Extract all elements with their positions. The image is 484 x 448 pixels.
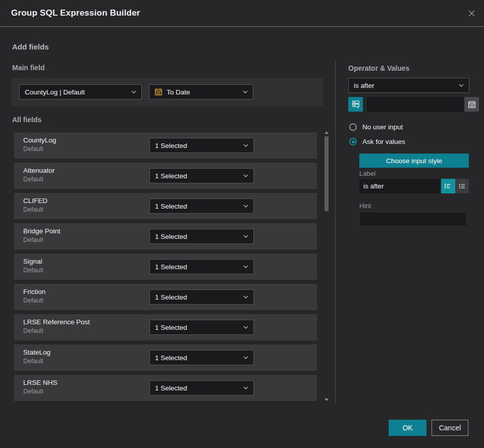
operator-values-panel: Operator & Values is after <box>348 61 469 344</box>
chevron-down-icon <box>243 205 248 208</box>
titlebar: Group SQL Expression Builder <box>0 0 484 26</box>
field-values-dropdown-value: 1 Selected <box>155 293 187 301</box>
field-row-clifed: CLIFED Default 1 Selected <box>14 193 317 219</box>
field-values-dropdown[interactable]: 1 Selected <box>149 320 254 335</box>
field-values-dropdown[interactable]: 1 Selected <box>149 229 254 244</box>
field-values-dropdown-value: 1 Selected <box>155 172 187 180</box>
group-sql-expression-builder-dialog: Group SQL Expression Builder Add fields … <box>0 0 484 448</box>
main-field-dropdown-value: CountyLog | Default <box>25 88 85 96</box>
close-icon <box>468 10 475 17</box>
single-value-style-icon <box>444 182 452 190</box>
date-type-dropdown-value: To Date <box>167 88 190 96</box>
date-type-dropdown[interactable]: To Date <box>149 84 253 99</box>
label-row <box>359 179 469 193</box>
field-values-dropdown-value: 1 Selected <box>155 384 187 392</box>
hint-input[interactable] <box>359 212 467 226</box>
operator-values-heading: Operator & Values <box>348 64 409 72</box>
dialog-title: Group SQL Expression Builder <box>11 0 140 26</box>
radio-no-user-input[interactable]: No user input <box>349 123 403 131</box>
date-picker-button[interactable] <box>464 97 479 112</box>
list-scrollbar[interactable] <box>324 130 329 402</box>
field-values-dropdown[interactable]: 1 Selected <box>149 259 254 274</box>
radio-checked-icon <box>349 138 357 145</box>
titlebar-divider <box>0 26 484 27</box>
chevron-down-icon <box>459 84 464 87</box>
operator-dropdown-value: is after <box>354 82 374 89</box>
main-field-dropdown[interactable]: CountyLog | Default <box>19 84 142 99</box>
field-row-lrse-reference-post: LRSE Reference Post Default 1 Selected <box>14 314 317 340</box>
calendar-icon <box>154 88 163 96</box>
field-values-dropdown[interactable]: 1 Selected <box>149 380 254 395</box>
chevron-down-icon <box>243 386 248 389</box>
all-fields-list: CountyLog Default 1 Selected Attenuator … <box>14 132 317 405</box>
all-fields-heading: All fields <box>12 116 41 124</box>
chevron-down-icon <box>131 90 136 93</box>
field-values-dropdown[interactable]: 1 Selected <box>149 198 254 214</box>
main-field-panel: CountyLog | Default To Date <box>11 78 323 106</box>
value-input-row <box>348 97 469 112</box>
panel-divider <box>335 60 336 404</box>
multiple-values-button[interactable] <box>348 97 363 112</box>
field-row-bridge-point: Bridge Point Default 1 Selected <box>14 223 317 250</box>
hint-caption: Hint <box>359 202 371 210</box>
chevron-down-icon <box>243 174 248 177</box>
field-row-friction: Friction Default 1 Selected <box>14 284 317 310</box>
ok-button[interactable]: OK <box>389 420 426 436</box>
radio-no-user-input-label: No user input <box>362 123 403 131</box>
field-row-countylog: CountyLog Default 1 Selected <box>14 132 317 159</box>
add-fields-heading: Add fields <box>12 42 49 51</box>
field-values-dropdown-value: 1 Selected <box>155 233 187 240</box>
field-row-signal: Signal Default 1 Selected <box>14 254 317 280</box>
main-field-heading: Main field <box>12 64 45 72</box>
chevron-down-icon <box>243 295 248 298</box>
field-values-dropdown[interactable]: 1 Selected <box>149 350 254 365</box>
field-values-dropdown-value: 1 Selected <box>155 263 187 271</box>
field-row-attenuator: Attenuator Default 1 Selected <box>14 163 317 189</box>
chevron-down-icon <box>243 356 248 359</box>
list-style-icon <box>458 182 466 190</box>
single-value-style-button[interactable] <box>441 179 455 193</box>
field-row-statelog: StateLog Default 1 Selected <box>14 344 317 371</box>
chevron-down-icon <box>243 265 248 268</box>
radio-ask-for-values-label: Ask for values <box>362 138 405 145</box>
operator-dropdown[interactable]: is after <box>348 78 469 93</box>
radio-icon <box>349 123 357 131</box>
multiple-values-icon <box>352 100 360 109</box>
chevron-down-icon <box>243 235 248 238</box>
field-row-lrse-nhs: LRSE NHS Default 1 Selected <box>14 375 317 401</box>
chevron-down-icon <box>243 144 248 147</box>
chevron-down-icon <box>243 90 248 93</box>
field-values-dropdown-value: 1 Selected <box>155 142 187 150</box>
choose-input-style-button[interactable]: Choose input style <box>359 154 469 168</box>
field-values-dropdown[interactable]: 1 Selected <box>149 168 254 183</box>
close-button[interactable] <box>465 7 477 19</box>
radio-ask-for-values[interactable]: Ask for values <box>349 138 405 145</box>
cancel-button[interactable]: Cancel <box>432 420 468 436</box>
scrollbar-thumb[interactable] <box>325 136 329 211</box>
field-values-dropdown-value: 1 Selected <box>155 203 187 210</box>
field-values-dropdown-value: 1 Selected <box>155 324 187 331</box>
list-style-button[interactable] <box>455 179 469 193</box>
field-values-dropdown-value: 1 Selected <box>155 354 187 362</box>
field-values-dropdown[interactable]: 1 Selected <box>149 289 254 305</box>
scroll-up-icon[interactable] <box>325 131 329 134</box>
calendar-icon <box>468 101 476 109</box>
label-input[interactable] <box>359 179 440 193</box>
value-input[interactable] <box>367 97 464 112</box>
chevron-down-icon <box>243 326 248 329</box>
label-caption: Label <box>359 170 375 177</box>
scroll-down-icon[interactable] <box>325 399 329 401</box>
field-values-dropdown[interactable]: 1 Selected <box>149 138 254 153</box>
